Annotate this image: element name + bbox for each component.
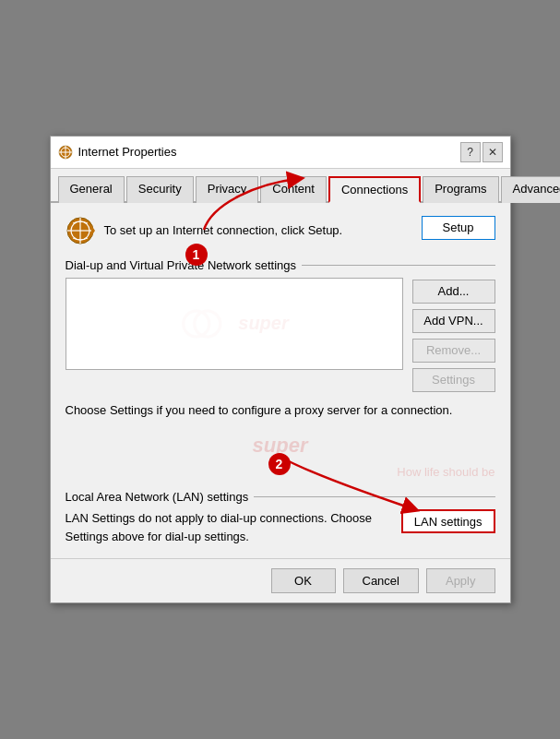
lan-row: LAN Settings do not apply to dial-up con…	[66, 509, 495, 545]
setup-row: To set up an Internet connection, click …	[66, 216, 495, 245]
step2-badge: 2	[268, 453, 291, 475]
svg-marker-8	[91, 225, 95, 236]
main-watermark-tagline: How life should be	[66, 465, 495, 479]
apply-button[interactable]: Apply	[426, 568, 495, 593]
tab-security[interactable]: Security	[126, 176, 194, 203]
dialup-area: super Add... Add VPN... Remove... Settin…	[66, 278, 495, 392]
dialup-section-label: Dial-up and Virtual Private Network sett…	[66, 258, 495, 272]
dialup-list: super	[66, 278, 403, 370]
dialog-footer: OK Cancel Apply	[51, 558, 510, 602]
tab-content[interactable]: Content	[260, 176, 327, 203]
lan-section-label: Local Area Network (LAN) settings	[66, 490, 495, 504]
settings-button[interactable]: Settings	[412, 368, 495, 392]
dialup-buttons: Add... Add VPN... Remove... Settings	[412, 278, 495, 392]
proxy-note: Choose Settings if you need to configure…	[66, 401, 495, 420]
watermark-logo: super	[179, 305, 288, 342]
title-bar: Internet Properties ? ✕	[51, 137, 510, 169]
add-button[interactable]: Add...	[412, 280, 495, 304]
help-button[interactable]: ?	[460, 142, 481, 162]
internet-properties-window: Internet Properties ? ✕ General Security…	[50, 136, 511, 604]
svg-point-9	[183, 311, 209, 337]
tab-bar: General Security Privacy Content Connect…	[51, 169, 510, 203]
lan-description: LAN Settings do not apply to dial-up con…	[66, 509, 392, 545]
tab-connections[interactable]: Connections	[328, 176, 421, 203]
tab-advanced[interactable]: Advanced	[501, 176, 560, 203]
add-vpn-button[interactable]: Add VPN...	[412, 309, 495, 333]
setup-description: To set up an Internet connection, click …	[104, 222, 343, 239]
remove-button[interactable]: Remove...	[412, 339, 495, 363]
lan-settings-button[interactable]: LAN settings	[401, 509, 495, 533]
window-title: Internet Properties	[78, 145, 177, 159]
title-bar-controls: ? ✕	[460, 142, 503, 162]
setup-left: To set up an Internet connection, click …	[66, 216, 422, 245]
tab-programs[interactable]: Programs	[423, 176, 498, 203]
globe-icon	[66, 216, 95, 245]
tab-general[interactable]: General	[58, 176, 125, 203]
lan-section: Local Area Network (LAN) settings LAN Se…	[66, 490, 495, 545]
title-bar-left: Internet Properties	[58, 145, 177, 160]
setup-section: To set up an Internet connection, click …	[66, 216, 495, 245]
main-watermark-logo: super	[66, 434, 495, 458]
ok-button[interactable]: OK	[271, 568, 336, 593]
close-button[interactable]: ✕	[483, 142, 503, 162]
cancel-button[interactable]: Cancel	[343, 568, 419, 593]
window-icon	[58, 145, 73, 160]
svg-point-10	[194, 311, 220, 337]
main-content: To set up an Internet connection, click …	[51, 203, 510, 559]
setup-button[interactable]: Setup	[422, 216, 495, 240]
tab-privacy[interactable]: Privacy	[196, 176, 259, 203]
